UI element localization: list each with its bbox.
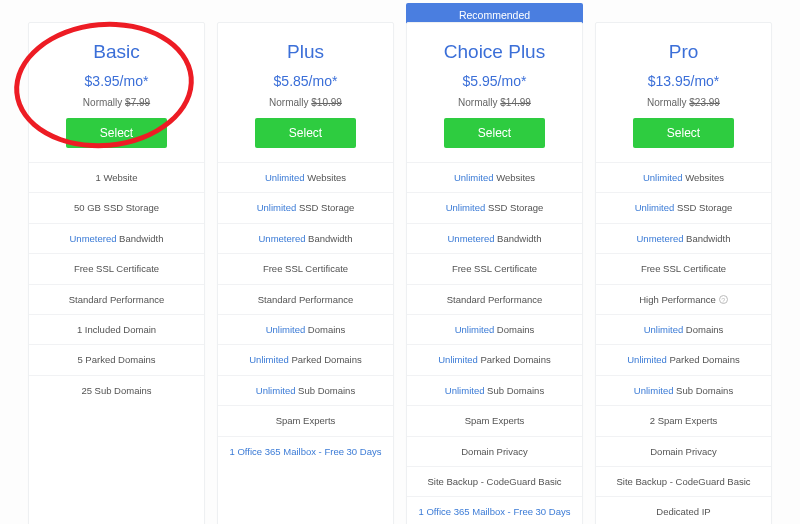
feature-item: Unmetered Bandwidth: [29, 223, 204, 253]
feature-text: Sub Domains: [673, 385, 733, 396]
plan-normal-price: Normally $7.99: [37, 97, 196, 108]
feature-text: Bandwidth: [494, 233, 541, 244]
feature-text: Unlimited: [256, 385, 296, 396]
feature-item: Spam Experts: [407, 405, 582, 435]
plan-price: $3.95/mo*: [37, 73, 196, 89]
feature-list: Unlimited WebsitesUnlimited SSD StorageU…: [218, 162, 393, 466]
plan-title: Pro: [604, 41, 763, 63]
feature-text: Dedicated IP: [656, 506, 710, 517]
plan-header: Choice Plus$5.95/mo*Normally $14.99Selec…: [407, 23, 582, 162]
feature-text: Unmetered: [69, 233, 116, 244]
feature-item: Unlimited Parked Domains: [218, 344, 393, 374]
feature-item: Unlimited Websites: [596, 162, 771, 192]
feature-item: Domain Privacy: [596, 436, 771, 466]
feature-text: Unlimited: [634, 385, 674, 396]
select-button[interactable]: Select: [66, 118, 167, 148]
feature-text: Standard Performance: [258, 294, 354, 305]
feature-text: Free SSL Certificate: [74, 263, 159, 274]
feature-item: Unlimited Websites: [407, 162, 582, 192]
feature-text: Unlimited: [438, 354, 478, 365]
feature-text: Websites: [305, 172, 347, 183]
select-button[interactable]: Select: [633, 118, 734, 148]
plan-card-plus: Plus$5.85/mo*Normally $10.99SelectUnlimi…: [217, 22, 394, 524]
feature-item: Unlimited Parked Domains: [596, 344, 771, 374]
feature-text: Websites: [494, 172, 536, 183]
feature-item: Domain Privacy: [407, 436, 582, 466]
feature-item: Site Backup - CodeGuard Basic: [407, 466, 582, 496]
feature-item: Unlimited Websites: [218, 162, 393, 192]
feature-text: 5 Parked Domains: [77, 354, 155, 365]
plan-normal-price: Normally $23.99: [604, 97, 763, 108]
feature-text: Spam Experts: [276, 415, 336, 426]
feature-item: Unmetered Bandwidth: [218, 223, 393, 253]
feature-text: Unlimited: [627, 354, 667, 365]
feature-text: High Performance: [639, 294, 716, 305]
feature-item: 1 Office 365 Mailbox - Free 30 Days: [407, 496, 582, 524]
feature-item: Free SSL Certificate: [407, 253, 582, 283]
select-button[interactable]: Select: [444, 118, 545, 148]
feature-item: Free SSL Certificate: [29, 253, 204, 283]
plan-price: $13.95/mo*: [604, 73, 763, 89]
feature-text: Free SSL Certificate: [452, 263, 537, 274]
plan-title: Basic: [37, 41, 196, 63]
plan-card-basic: Basic$3.95/mo*Normally $7.99Select1 Webs…: [28, 22, 205, 524]
feature-item: Unlimited Sub Domains: [596, 375, 771, 405]
feature-item: Free SSL Certificate: [218, 253, 393, 283]
feature-text: 25 Sub Domains: [81, 385, 151, 396]
feature-item: 5 Parked Domains: [29, 344, 204, 374]
feature-text: Unlimited: [455, 324, 495, 335]
feature-text: Unlimited: [266, 324, 306, 335]
feature-text: Unlimited: [249, 354, 289, 365]
feature-text: 1 Included Domain: [77, 324, 156, 335]
feature-text: Parked Domains: [289, 354, 362, 365]
feature-item: Unlimited Sub Domains: [407, 375, 582, 405]
feature-text: Domains: [683, 324, 723, 335]
feature-list: Unlimited WebsitesUnlimited SSD StorageU…: [407, 162, 582, 524]
feature-item: Unlimited Parked Domains: [407, 344, 582, 374]
feature-text: SSD Storage: [296, 202, 354, 213]
info-icon[interactable]: ?: [719, 295, 728, 304]
feature-item: 1 Included Domain: [29, 314, 204, 344]
pricing-table: Basic$3.95/mo*Normally $7.99Select1 Webs…: [0, 0, 800, 524]
feature-text: 2 Spam Experts: [650, 415, 718, 426]
feature-item: Dedicated IP: [596, 496, 771, 524]
feature-text: Sub Domains: [295, 385, 355, 396]
feature-text: Unlimited: [265, 172, 305, 183]
plan-normal-price: Normally $10.99: [226, 97, 385, 108]
feature-item: Unmetered Bandwidth: [407, 223, 582, 253]
feature-text: 1 Website: [95, 172, 137, 183]
feature-item: Standard Performance: [407, 284, 582, 314]
feature-text: Free SSL Certificate: [263, 263, 348, 274]
feature-text: SSD Storage: [485, 202, 543, 213]
feature-item: Unlimited SSD Storage: [407, 192, 582, 222]
feature-text: Domain Privacy: [650, 446, 717, 457]
feature-text: 1 Office 365 Mailbox - Free 30 Days: [419, 506, 571, 517]
feature-text: Free SSL Certificate: [641, 263, 726, 274]
feature-text: Parked Domains: [667, 354, 740, 365]
feature-item: 25 Sub Domains: [29, 375, 204, 405]
feature-text: Unlimited: [635, 202, 675, 213]
feature-text: Domains: [494, 324, 534, 335]
feature-text: Site Backup - CodeGuard Basic: [616, 476, 750, 487]
select-button[interactable]: Select: [255, 118, 356, 148]
feature-text: Domain Privacy: [461, 446, 528, 457]
feature-item: Standard Performance: [218, 284, 393, 314]
feature-item: Unlimited Domains: [218, 314, 393, 344]
feature-text: Unlimited: [257, 202, 297, 213]
feature-list: 1 Website50 GB SSD StorageUnmetered Band…: [29, 162, 204, 405]
plan-header: Basic$3.95/mo*Normally $7.99Select: [29, 23, 204, 162]
plan-price: $5.95/mo*: [415, 73, 574, 89]
feature-item: Site Backup - CodeGuard Basic: [596, 466, 771, 496]
plan-price: $5.85/mo*: [226, 73, 385, 89]
feature-text: Standard Performance: [69, 294, 165, 305]
feature-text: Bandwidth: [683, 233, 730, 244]
feature-item: Unmetered Bandwidth: [596, 223, 771, 253]
plan-normal-price: Normally $14.99: [415, 97, 574, 108]
feature-text: Site Backup - CodeGuard Basic: [427, 476, 561, 487]
feature-text: Spam Experts: [465, 415, 525, 426]
feature-text: Unlimited: [446, 202, 486, 213]
feature-text: Unmetered: [636, 233, 683, 244]
feature-text: Bandwidth: [305, 233, 352, 244]
feature-text: Bandwidth: [116, 233, 163, 244]
feature-item: 2 Spam Experts: [596, 405, 771, 435]
